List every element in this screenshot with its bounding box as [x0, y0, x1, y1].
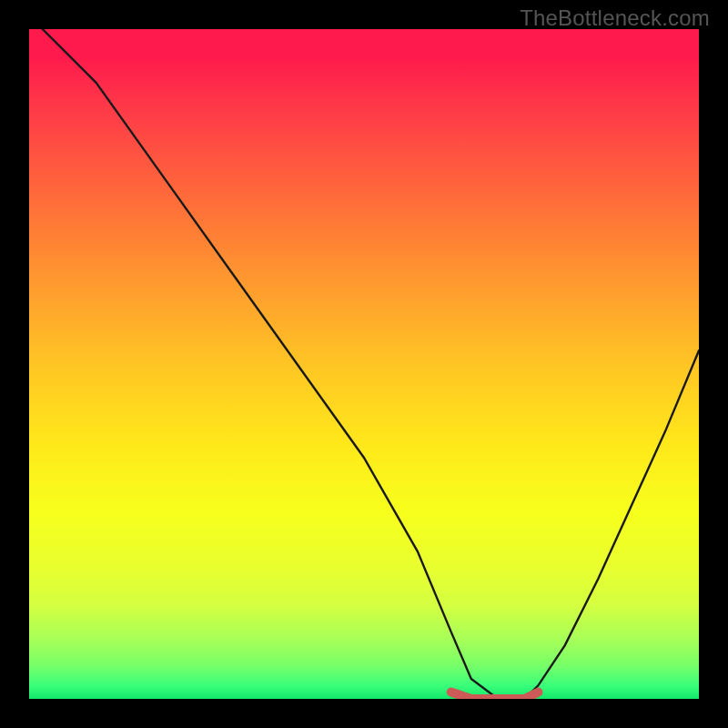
- sweet-spot-segment: [451, 693, 539, 699]
- watermark-text: TheBottleneck.com: [520, 5, 710, 31]
- chart-frame: TheBottleneck.com: [0, 0, 728, 728]
- curve-layer: [29, 29, 699, 699]
- plot-area: [29, 29, 699, 699]
- bottleneck-curve: [29, 29, 699, 699]
